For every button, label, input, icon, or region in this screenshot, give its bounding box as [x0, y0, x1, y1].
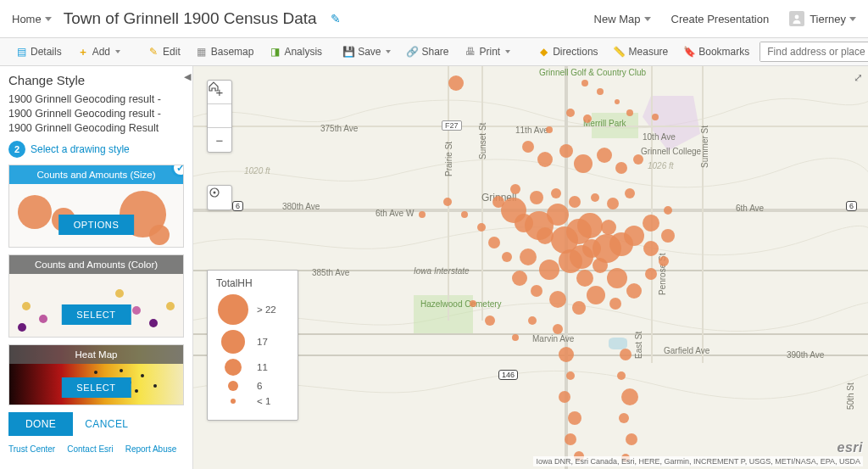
- data-point[interactable]: [546, 126, 553, 133]
- data-point[interactable]: [568, 411, 581, 425]
- data-point[interactable]: [530, 191, 543, 204]
- home-extent-button[interactable]: [208, 104, 231, 128]
- data-point[interactable]: [520, 248, 537, 265]
- data-point[interactable]: [566, 371, 575, 380]
- report-abuse-link[interactable]: Report Abuse: [125, 444, 177, 454]
- data-point[interactable]: [510, 184, 520, 194]
- data-point[interactable]: [619, 413, 629, 423]
- data-point[interactable]: [559, 144, 573, 158]
- data-point[interactable]: [617, 371, 626, 380]
- edit-button[interactable]: ✎Edit: [142, 43, 186, 60]
- share-button[interactable]: 🔗Share: [401, 43, 453, 60]
- expand-map-icon[interactable]: ⤢: [854, 71, 863, 84]
- data-point[interactable]: [621, 388, 638, 405]
- data-point[interactable]: [539, 260, 559, 280]
- data-point[interactable]: [488, 237, 500, 248]
- data-point[interactable]: [551, 188, 561, 198]
- data-point[interactable]: [419, 211, 426, 218]
- edit-title-icon[interactable]: ✎: [331, 12, 341, 25]
- print-button[interactable]: 🖶Print: [459, 43, 516, 60]
- data-point[interactable]: [626, 283, 642, 299]
- data-point[interactable]: [572, 301, 586, 315]
- data-point[interactable]: [607, 268, 627, 288]
- data-point[interactable]: [569, 196, 581, 208]
- data-point[interactable]: [443, 198, 452, 206]
- data-point[interactable]: [525, 211, 554, 240]
- analysis-button[interactable]: ◨Analysis: [264, 43, 327, 60]
- data-point[interactable]: [626, 433, 637, 445]
- data-point[interactable]: [512, 271, 527, 286]
- data-point[interactable]: [549, 291, 566, 308]
- data-point[interactable]: [581, 80, 588, 87]
- add-button[interactable]: ＋Add: [72, 43, 125, 60]
- data-point[interactable]: [577, 213, 603, 238]
- data-point[interactable]: [645, 268, 657, 280]
- data-point[interactable]: [615, 162, 627, 174]
- data-point[interactable]: [448, 75, 464, 91]
- data-point[interactable]: [512, 334, 519, 341]
- data-point[interactable]: [574, 154, 593, 173]
- options-button[interactable]: OPTIONS: [58, 215, 135, 235]
- data-point[interactable]: [659, 256, 669, 266]
- style-card-counts-color[interactable]: Counts and Amounts (Color) SELECT: [8, 254, 184, 338]
- done-button[interactable]: DONE: [8, 412, 73, 436]
- details-button[interactable]: ▤Details: [10, 43, 67, 60]
- data-point[interactable]: [587, 286, 605, 304]
- data-point[interactable]: [470, 300, 476, 307]
- data-point[interactable]: [607, 198, 619, 209]
- contact-esri-link[interactable]: Contact Esri: [67, 444, 113, 454]
- data-point[interactable]: [620, 349, 632, 360]
- search-box[interactable]: [760, 42, 868, 62]
- data-point[interactable]: [664, 206, 672, 215]
- data-point[interactable]: [609, 298, 621, 310]
- locate-button[interactable]: [207, 185, 232, 210]
- data-point[interactable]: [625, 188, 635, 198]
- cancel-button[interactable]: CANCEL: [85, 418, 128, 430]
- data-point[interactable]: [597, 148, 612, 163]
- data-point[interactable]: [528, 316, 537, 325]
- data-point[interactable]: [652, 114, 659, 120]
- data-point[interactable]: [583, 114, 592, 123]
- data-point[interactable]: [661, 229, 675, 243]
- select-button[interactable]: SELECT: [61, 304, 131, 325]
- data-point[interactable]: [537, 152, 553, 167]
- select-button[interactable]: SELECT: [61, 377, 131, 398]
- bookmarks-button[interactable]: 🔖Bookmarks: [678, 43, 754, 60]
- data-point[interactable]: [597, 88, 604, 95]
- data-point[interactable]: [570, 245, 593, 269]
- map-canvas[interactable]: Grinnell Golf & Country Club Merrill Par…: [193, 66, 868, 469]
- data-point[interactable]: [576, 270, 593, 287]
- trust-center-link[interactable]: Trust Center: [8, 444, 55, 454]
- data-point[interactable]: [615, 99, 620, 104]
- measure-button[interactable]: 📏Measure: [609, 43, 674, 60]
- save-button[interactable]: 💾Save: [337, 43, 396, 60]
- data-point[interactable]: [643, 241, 659, 256]
- zoom-out-button[interactable]: −: [208, 128, 231, 152]
- data-point[interactable]: [531, 285, 542, 297]
- data-point[interactable]: [477, 223, 486, 232]
- data-point[interactable]: [553, 324, 563, 334]
- data-point[interactable]: [633, 154, 643, 165]
- create-presentation-link[interactable]: Create Presentation: [671, 13, 770, 25]
- search-input[interactable]: [760, 42, 868, 61]
- data-point[interactable]: [522, 141, 534, 153]
- style-card-counts-size[interactable]: ✓ Counts and Amounts (Size) OPTIONS: [8, 165, 184, 248]
- style-card-heat-map[interactable]: Heat Map SELECT: [8, 344, 184, 405]
- data-point[interactable]: [485, 315, 495, 326]
- data-point[interactable]: [643, 215, 659, 232]
- data-point[interactable]: [501, 198, 526, 223]
- data-point[interactable]: [591, 193, 599, 202]
- data-point[interactable]: [566, 109, 575, 117]
- directions-button[interactable]: ◆Directions: [532, 43, 603, 60]
- home-link[interactable]: Home: [12, 13, 52, 25]
- data-point[interactable]: [559, 347, 574, 362]
- new-map-link[interactable]: New Map: [594, 13, 651, 25]
- basemap-button[interactable]: ▦Basemap: [191, 43, 259, 60]
- data-point[interactable]: [593, 234, 621, 263]
- user-menu[interactable]: Tierney: [789, 11, 856, 26]
- data-point[interactable]: [502, 252, 512, 262]
- data-point[interactable]: [461, 211, 468, 218]
- data-point[interactable]: [601, 220, 616, 235]
- data-point[interactable]: [565, 433, 576, 445]
- data-point[interactable]: [624, 226, 644, 246]
